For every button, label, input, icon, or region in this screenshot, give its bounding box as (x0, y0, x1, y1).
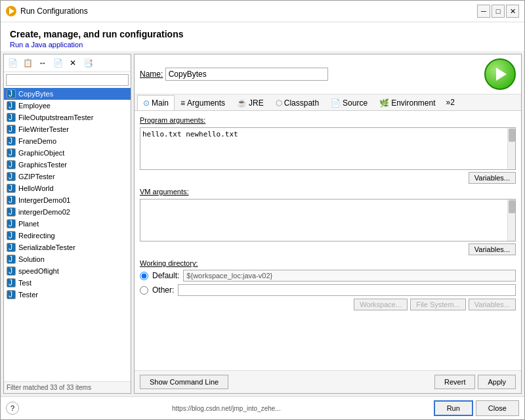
list-item[interactable]: JGraphicsTester (4, 159, 131, 171)
list-item[interactable]: JGraphicObject (4, 147, 131, 159)
list-item[interactable]: JCopyBytes (4, 88, 131, 100)
svg-text:J: J (9, 173, 12, 180)
other-radio-row: Other: (140, 284, 516, 296)
arguments-tab-icon: ≡ (180, 98, 185, 108)
java-class-icon: J (7, 231, 16, 240)
vm-arguments-section: VM arguments: Variables... (140, 188, 516, 255)
java-class-icon: J (7, 89, 16, 98)
tab-arguments[interactable]: ≡ Arguments (175, 95, 231, 110)
svg-text:J: J (9, 279, 12, 287)
list-item[interactable]: JPlanet (4, 218, 131, 230)
list-item-label: Test (18, 279, 32, 287)
apply-button[interactable]: Apply (478, 375, 516, 389)
link-button[interactable]: 📄 (51, 56, 65, 70)
tab-more[interactable]: »2 (442, 94, 459, 110)
list-item[interactable]: JFraneDemo (4, 135, 131, 147)
duplicate-button[interactable]: 📋 (20, 56, 35, 70)
delete-button[interactable]: ✕ (66, 56, 80, 70)
default-dir-input[interactable] (183, 270, 516, 282)
tab-classpath[interactable]: ⬡ Classpath (270, 95, 325, 110)
jre-tab-label: JRE (249, 98, 264, 108)
list-item-label: SerializableTester (18, 243, 75, 251)
list-item[interactable]: JIntergerDemo01 (4, 194, 131, 206)
vm-arguments-input[interactable] (140, 200, 515, 241)
filesystem-button[interactable]: File System... (410, 299, 466, 310)
java-class-icon: J (7, 113, 16, 122)
bottom-left: Show Command Line (140, 375, 228, 389)
java-class-icon: J (7, 196, 16, 205)
list-item-label: FileWriterTester (18, 125, 69, 133)
java-class-icon: J (7, 266, 16, 276)
tab-source[interactable]: 📄 Source (325, 95, 373, 110)
svg-text:J: J (9, 184, 12, 192)
dialog-subtitle[interactable]: Run a Java application (10, 41, 515, 49)
list-item[interactable]: JFileWriterTester (4, 123, 131, 135)
search-box (6, 74, 129, 86)
footer-url: https://blog.csdn.net/jmp_into_zehe... (172, 405, 281, 412)
export-button[interactable]: ↔ (35, 56, 50, 70)
new-config-button[interactable]: 📄 (5, 56, 20, 70)
java-class-icon: J (7, 255, 16, 264)
list-item[interactable]: JintergerDemo02 (4, 206, 131, 218)
minimize-button[interactable]: ─ (477, 5, 490, 18)
left-panel: 📄 📋 ↔ 📄 ✕ 📑 JCopyBytesJEmployeeJFileOutp… (3, 54, 131, 394)
svg-text:J: J (9, 149, 12, 157)
app-icon (6, 6, 16, 16)
list-item[interactable]: JspeedOflight (4, 265, 131, 277)
help-button[interactable]: ? (6, 402, 19, 415)
main-tab-label: Main (152, 98, 169, 108)
show-command-line-button[interactable]: Show Command Line (140, 375, 228, 389)
working-dir-variables-button[interactable]: Variables... (469, 299, 516, 310)
java-class-icon: J (7, 160, 16, 169)
default-radio[interactable] (140, 272, 148, 280)
search-input[interactable] (6, 74, 129, 86)
revert-button[interactable]: Revert (434, 375, 475, 389)
other-radio[interactable] (140, 286, 148, 295)
svg-text:J: J (9, 137, 12, 145)
run-button[interactable]: Run (434, 400, 473, 416)
collapse-button[interactable]: 📑 (81, 56, 95, 70)
list-item-label: Employee (18, 102, 51, 110)
name-input[interactable] (165, 68, 328, 81)
default-radio-label: Default: (152, 271, 179, 280)
list-item[interactable]: JRedirecting (4, 230, 131, 242)
list-item[interactable]: JSolution (4, 253, 131, 265)
tab-main[interactable]: ⊙ Main (137, 95, 175, 110)
vm-arguments-label: VM arguments: (140, 188, 516, 196)
list-item[interactable]: JEmployee (4, 100, 131, 112)
workspace-button[interactable]: Workspace... (354, 299, 408, 310)
list-item[interactable]: JTest (4, 277, 131, 289)
run-triangle-icon (496, 68, 507, 81)
title-bar: Run Configurations ─ □ ✕ (1, 1, 524, 22)
close-button[interactable]: ✕ (506, 5, 519, 18)
list-item-label: FraneDemo (18, 137, 56, 145)
svg-text:J: J (9, 243, 12, 251)
list-item[interactable]: JHelloWorld (4, 182, 131, 194)
run-icon-button[interactable] (484, 58, 516, 90)
list-item-label: HelloWorld (18, 184, 54, 192)
program-arguments-input[interactable]: hello.txt newhello.txt (140, 128, 515, 169)
tab-content-main: Program arguments: hello.txt newhello.tx… (135, 111, 521, 370)
maximize-button[interactable]: □ (492, 5, 505, 18)
footer: ? https://blog.csdn.net/jmp_into_zehe...… (1, 396, 524, 419)
dialog-title: Create, manage, and run configurations (10, 29, 515, 39)
working-directory-section: Working directory: Default: Other: Works… (140, 259, 516, 310)
tab-jre[interactable]: ☕ JRE (231, 95, 270, 110)
list-item[interactable]: JSerializableTester (4, 242, 131, 253)
close-button[interactable]: Close (476, 400, 519, 416)
tab-environment[interactable]: 🌿 Environment (373, 95, 441, 110)
program-arguments-variables-button[interactable]: Variables... (469, 172, 516, 184)
java-class-icon: J (7, 278, 16, 287)
list-item[interactable]: JGZIPTester (4, 171, 131, 182)
vm-arguments-variables-button[interactable]: Variables... (469, 243, 516, 255)
list-item-label: GraphicsTester (18, 161, 67, 169)
tabs-bar: ⊙ Main ≡ Arguments ☕ JRE ⬡ Classpath 📄 (135, 94, 521, 111)
svg-marker-0 (9, 8, 14, 14)
list-item[interactable]: JFileOutputstreamTester (4, 112, 131, 123)
list-item-label: Tester (18, 291, 38, 299)
list-item[interactable]: JTester (4, 289, 131, 301)
other-dir-input[interactable] (178, 284, 516, 296)
title-bar-left: Run Configurations (6, 6, 88, 16)
vm-arguments-box (140, 199, 516, 242)
dir-buttons: Workspace... File System... Variables... (140, 299, 516, 310)
